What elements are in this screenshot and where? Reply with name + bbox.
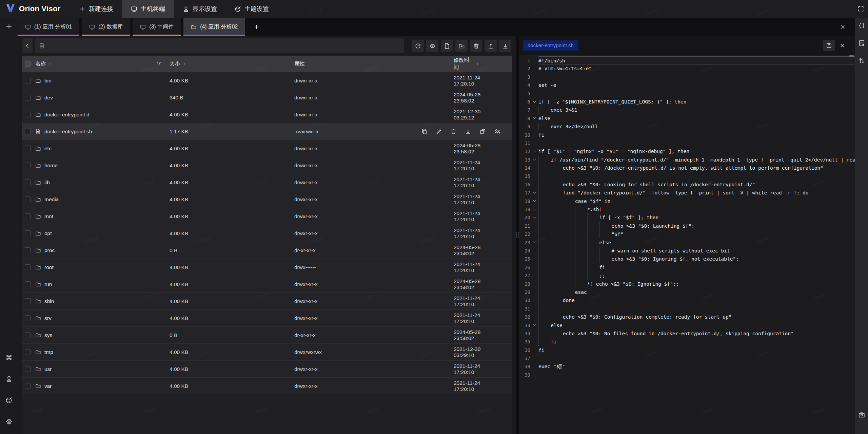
code-line-37[interactable]: 37 — [519, 354, 855, 362]
file-row-opt[interactable]: opt4.00 KBdrwxr-xr-x2021-11-24 17:20:10 — [22, 225, 512, 242]
session-tab-3[interactable]: (3) 中间件 — [133, 18, 181, 36]
code-line-34[interactable]: 34echo >&3 "$0: No files found in /docke… — [519, 329, 855, 338]
fold-chevron-icon[interactable] — [530, 114, 538, 122]
code-line-39[interactable]: 39 — [519, 371, 855, 379]
code-line-1[interactable]: 1#!/bin/sh — [519, 56, 855, 64]
file-row-lib[interactable]: lib4.00 KBdrwxr-xr-x2021-11-24 17:20:10 — [22, 174, 512, 191]
row-checkbox[interactable] — [25, 196, 31, 202]
code-line-27[interactable]: 27;; — [519, 271, 855, 280]
camera-button[interactable] — [858, 411, 865, 420]
file-row-dev[interactable]: dev340 Bdrwxr-xr-x2024-05-28 23:58:02 — [22, 89, 512, 106]
code-line-16[interactable]: 16echo >&3 "$0: Looking for shell script… — [519, 181, 855, 189]
header-name[interactable]: 名称 — [35, 60, 46, 68]
file-row-mnt[interactable]: mnt4.00 KBdrwxr-xr-x2021-11-24 17:20:10 — [22, 208, 512, 225]
file-row-etc[interactable]: etc4.00 KBdrwxr-xr-x2024-05-28 23:58:02 — [22, 140, 512, 157]
fold-chevron-icon[interactable] — [530, 98, 538, 106]
palette-button[interactable] — [3, 394, 15, 408]
fold-chevron-icon[interactable] — [530, 213, 538, 222]
file-row-home[interactable]: home4.00 KBdrwxr-xr-x2021-11-24 17:20:10 — [22, 157, 512, 174]
sort-arrows-button[interactable] — [858, 57, 865, 65]
row-checkbox[interactable] — [25, 264, 31, 270]
folder-plus-button[interactable] — [455, 40, 468, 52]
panel-splitter[interactable] — [516, 36, 519, 434]
fold-chevron-icon[interactable] — [530, 321, 538, 329]
command-button[interactable] — [3, 351, 15, 365]
trash-button[interactable] — [470, 40, 482, 52]
code-line-30[interactable]: 30done — [519, 296, 855, 304]
session-tab-2[interactable]: (2) 数据库 — [82, 18, 130, 36]
code-line-32[interactable]: 32echo >&3 "$0: Configuration complete; … — [519, 313, 855, 321]
row-checkbox[interactable] — [25, 298, 31, 304]
row-checkbox[interactable] — [25, 180, 31, 185]
code-line-5[interactable]: 5 — [519, 90, 855, 98]
code-line-6[interactable]: 6if [ -z "${NGINX_ENTRYPOINT_QUIET_LOGS:… — [519, 98, 855, 106]
row-checkbox[interactable] — [25, 332, 31, 338]
code-line-19[interactable]: 19*.sh) — [519, 205, 855, 213]
row-checkbox[interactable] — [25, 366, 31, 372]
stamp-button[interactable] — [3, 373, 15, 386]
code-line-24[interactable]: 24# warn on shell scripts without exec b… — [519, 247, 855, 255]
code-line-21[interactable]: 21echo >&3 "$0: Launching $f"; — [519, 222, 855, 230]
nav-item-new-connection[interactable]: 新建连接 — [70, 0, 122, 18]
code-line-14[interactable]: 14echo >&3 "$0: /docker-entrypoint.d/ is… — [519, 164, 855, 172]
code-line-12[interactable]: 12if [ "$1" = "nginx" -o "$1" = "nginx-d… — [519, 147, 855, 155]
pencil-action-button[interactable] — [436, 128, 442, 135]
code-editor[interactable]: 1#!/bin/sh2# vim:sw=4:ts=4:et34set -e56i… — [519, 55, 855, 434]
trash-action-button[interactable] — [450, 128, 457, 135]
row-checkbox[interactable] — [25, 146, 31, 151]
code-line-33[interactable]: 33else — [519, 321, 855, 329]
code-line-18[interactable]: 18case "$f" in — [519, 197, 855, 205]
fold-chevron-icon[interactable] — [530, 239, 538, 247]
fold-chevron-icon[interactable] — [530, 156, 538, 164]
code-line-38[interactable]: 38exec "$@" — [519, 362, 855, 371]
code-line-4[interactable]: 4set -e — [519, 81, 855, 89]
sort-mtime-icon[interactable] — [476, 63, 479, 65]
move-action-button[interactable] — [479, 128, 486, 135]
row-checkbox[interactable] — [25, 129, 31, 134]
fullscreen-button[interactable] — [857, 5, 864, 12]
sort-size-icon[interactable] — [182, 63, 186, 65]
add-tab-button[interactable] — [248, 18, 265, 36]
fold-chevron-icon[interactable] — [530, 205, 538, 213]
refresh-button[interactable] — [412, 40, 424, 52]
code-line-28[interactable]: 28*) echo >&3 "$0: Ignoring $f";; — [519, 280, 855, 288]
session-tab-1[interactable]: (1) 应用-分析01 — [18, 18, 79, 36]
file-row-proc[interactable]: proc0 Bdr-xr-xr-x2024-05-28 23:58:02 — [22, 242, 512, 259]
code-line-35[interactable]: 35fi — [519, 338, 855, 346]
code-line-7[interactable]: 7exec 3>&1 — [519, 106, 855, 114]
code-line-26[interactable]: 26fi — [519, 263, 855, 271]
row-checkbox[interactable] — [25, 315, 31, 321]
file-row-docker-entrypoint.sh[interactable]: docker-entrypoint.sh1.17 KB-rwxrwxr-x — [22, 123, 512, 140]
row-checkbox[interactable] — [25, 247, 31, 253]
gear-button[interactable] — [3, 415, 15, 429]
row-checkbox[interactable] — [25, 349, 31, 355]
back-button[interactable] — [22, 38, 33, 53]
code-line-25[interactable]: 25echo >&3 "$0: Ignoring $f, not executa… — [519, 255, 855, 263]
header-mtime[interactable]: 修改时间 — [454, 57, 473, 71]
fold-chevron-icon[interactable] — [530, 197, 538, 205]
open-file-chip[interactable]: docker-entrypoint.sh — [523, 40, 578, 51]
nav-item-theme-settings[interactable]: 主题设置 — [226, 0, 278, 18]
file-row-sbin[interactable]: sbin4.00 KBdrwxr-xr-x2021-11-24 17:20:10 — [22, 293, 512, 309]
row-checkbox[interactable] — [25, 95, 31, 100]
file-row-docker-entrypoint.d[interactable]: docker-entrypoint.d4.00 KBdrwxr-xr-x2021… — [22, 106, 512, 123]
file-row-bin[interactable]: bin4.00 KBdrwxr-xr-x2021-11-24 17:20:10 — [22, 72, 512, 89]
code-line-36[interactable]: 36fi — [519, 346, 855, 354]
code-line-9[interactable]: 9exec 3>/dev/null — [519, 122, 855, 131]
file-bookmark-button[interactable] — [858, 40, 865, 48]
select-all-checkbox[interactable] — [25, 61, 31, 67]
code-line-22[interactable]: 22"$f" — [519, 230, 855, 238]
code-line-31[interactable]: 31 — [519, 305, 855, 313]
file-row-media[interactable]: media4.00 KBdrwxr-xr-x2021-11-24 17:20:1… — [22, 191, 512, 208]
code-line-11[interactable]: 11 — [519, 139, 855, 147]
row-checkbox[interactable] — [25, 230, 31, 236]
save-button[interactable] — [823, 40, 835, 51]
filter-icon[interactable] — [156, 61, 161, 67]
code-line-2[interactable]: 2# vim:sw=4:ts=4:et — [519, 64, 855, 73]
code-line-13[interactable]: 13if /usr/bin/find "/docker-entrypoint.d… — [519, 156, 855, 164]
close-editor-button[interactable] — [840, 42, 846, 49]
download-button[interactable] — [499, 40, 511, 52]
code-line-29[interactable]: 29esac — [519, 288, 855, 296]
nav-item-host-terminal[interactable]: 主机终端 — [122, 0, 174, 18]
file-row-srv[interactable]: srv4.00 KBdrwxr-xr-x2021-11-24 17:20:10 — [22, 309, 512, 326]
